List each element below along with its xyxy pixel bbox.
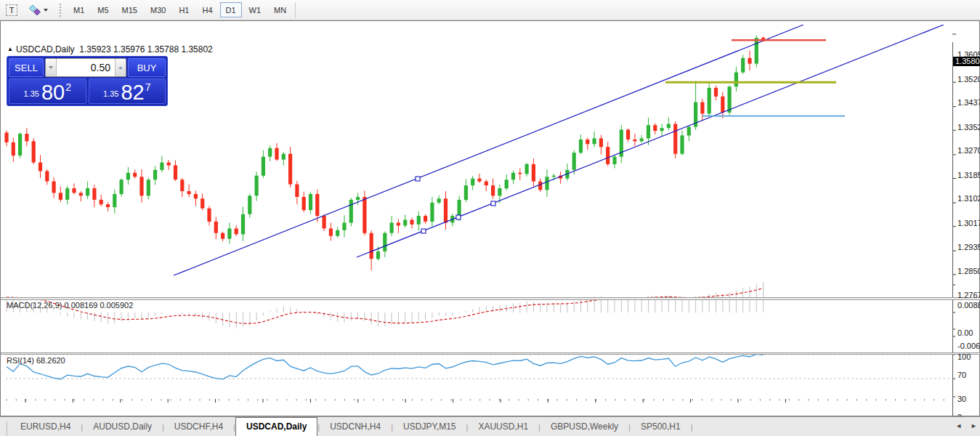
chart-tab-bar: EURUSD,H4|AUDUSD,Daily|USDCHF,H4|USDCAD,… bbox=[0, 416, 980, 436]
channel-selection-handles[interactable] bbox=[416, 177, 495, 233]
toolbar-drag-handle[interactable] bbox=[60, 4, 64, 17]
timeframe-button-m1[interactable]: M1 bbox=[68, 2, 90, 17]
price-axis-label: 1.28500 bbox=[957, 267, 980, 275]
chart-window: ▲USDCAD,Daily 1.35923 1.35976 1.35788 1.… bbox=[0, 20, 980, 416]
sell-price-pip: 2 bbox=[65, 82, 71, 92]
scroll-tabs-left-button[interactable]: ◄ bbox=[955, 421, 962, 431]
channel-lower-line[interactable] bbox=[357, 25, 944, 257]
price-axis-label: 1.34375 bbox=[957, 98, 980, 107]
sell-price-button[interactable]: 1.35802 bbox=[9, 78, 86, 104]
minus-caret-icon bbox=[49, 66, 53, 69]
buy-price-prefix: 1.35 bbox=[103, 89, 118, 98]
tab-gbpusd-weekly[interactable]: GBPUSD,Weekly bbox=[540, 418, 628, 436]
channel-upper-line[interactable] bbox=[174, 25, 803, 275]
dropdown-caret-icon bbox=[44, 9, 48, 12]
sell-price-prefix: 1.35 bbox=[24, 89, 39, 98]
tab-xauusd-h1[interactable]: XAUUSD,H1 bbox=[468, 418, 538, 436]
tab-usdcnh-h4[interactable]: USDCNH,H4 bbox=[320, 418, 391, 436]
timeframe-button-mn[interactable]: MN bbox=[268, 2, 292, 17]
price-axis-label: 1.29350 bbox=[957, 243, 980, 251]
price-axis-label: 1.30175 bbox=[957, 219, 980, 227]
price-axis-label: 1.31850 bbox=[957, 171, 980, 179]
current-price-tag: 1.35802 bbox=[953, 57, 980, 66]
rsi-axis-label: 70 bbox=[957, 371, 966, 379]
channel-handle[interactable] bbox=[421, 229, 426, 233]
buy-button[interactable]: BUY bbox=[128, 58, 166, 77]
volume-increase-button[interactable] bbox=[115, 59, 126, 76]
rsi-indicator-label: RSI(14) 68.2620 bbox=[7, 356, 65, 365]
timeframe-button-h1[interactable]: H1 bbox=[173, 2, 195, 17]
price-axis-label: 1.32700 bbox=[957, 146, 980, 155]
rsi-axis-label: 100 bbox=[957, 352, 971, 361]
timeframe-button-m15[interactable]: M15 bbox=[116, 2, 143, 17]
price-axis-divider bbox=[952, 42, 953, 436]
chart-ohlc-values: 1.35923 1.35976 1.35788 1.35802 bbox=[79, 44, 213, 54]
tab-eurusd-h4[interactable]: EURUSD,H4 bbox=[10, 418, 81, 436]
chart-tabs: EURUSD,H4|AUDUSD,Daily|USDCHF,H4|USDCAD,… bbox=[7, 416, 693, 436]
top-toolbar: T M1M5M15M30H1H4D1W1MN bbox=[0, 0, 980, 20]
tab-usdcad-daily[interactable]: USDCAD,Daily bbox=[235, 417, 317, 436]
scroll-tabs-right-button[interactable]: ► bbox=[971, 421, 977, 431]
toolbar-separator bbox=[295, 2, 296, 18]
rsi-axis-label: 30 bbox=[957, 395, 966, 403]
tab-bar-stub bbox=[0, 421, 7, 436]
macd-axis-label: 0.00885 bbox=[957, 301, 980, 310]
text-tool-icon: T bbox=[6, 4, 17, 16]
buy-price-button[interactable]: 1.35827 bbox=[89, 78, 166, 104]
tab-usdchf-h4[interactable]: USDCHF,H4 bbox=[164, 418, 233, 436]
trend-channel[interactable] bbox=[174, 25, 944, 275]
rsi-value: 68.2620 bbox=[36, 356, 65, 365]
timeframe-toolbar: M1M5M15M30H1H4D1W1MN bbox=[67, 2, 293, 17]
channel-handle[interactable] bbox=[491, 201, 495, 206]
price-axis-label: 1.35200 bbox=[957, 75, 980, 84]
tab-separator: | bbox=[691, 423, 693, 432]
macd-name: MACD(12,26,9) bbox=[7, 301, 62, 310]
volume-decrease-button[interactable] bbox=[46, 59, 57, 76]
macd-axis-label: -0.00614 bbox=[957, 342, 980, 350]
diamonds-icon bbox=[29, 4, 41, 16]
timeframe-button-w1[interactable]: W1 bbox=[243, 2, 267, 17]
tab-scroll-controls: ◄ ► bbox=[955, 421, 977, 431]
buy-price-big: 82 bbox=[121, 83, 144, 102]
channel-handle[interactable] bbox=[416, 177, 420, 181]
tab-sp500-h1[interactable]: SP500,H1 bbox=[631, 418, 691, 436]
mt4-window: T M1M5M15M30H1H4D1W1MN ▲USDCAD,Daily 1.3… bbox=[0, 0, 980, 436]
symbol-marker-icon: ▲ bbox=[7, 46, 13, 52]
timeframe-button-h4[interactable]: H4 bbox=[196, 2, 218, 17]
chart-symbol-period: USDCAD,Daily bbox=[16, 44, 75, 54]
text-tool-button[interactable]: T bbox=[1, 2, 23, 18]
rsi-pane-splitter[interactable] bbox=[1, 352, 980, 355]
price-axis-label: 1.33525 bbox=[957, 123, 980, 132]
sell-button[interactable]: SELL bbox=[9, 58, 44, 77]
macd-signal-value: 0.005902 bbox=[100, 301, 133, 310]
sell-price-big: 80 bbox=[41, 83, 65, 102]
macd-indicator-label: MACD(12,26,9) 0.008169 0.005902 bbox=[7, 301, 133, 310]
macd-main-value: 0.008169 bbox=[64, 301, 97, 310]
volume-input[interactable] bbox=[57, 59, 115, 76]
macd-axis-label: 0.00 bbox=[957, 328, 973, 337]
plus-caret-icon bbox=[118, 66, 123, 69]
rsi-name: RSI(14) bbox=[7, 356, 34, 365]
macd-pane-splitter[interactable] bbox=[1, 297, 980, 300]
volume-stepper bbox=[45, 58, 126, 77]
rsi-line bbox=[7, 354, 764, 379]
timeframe-button-m30[interactable]: M30 bbox=[145, 2, 171, 17]
chart-title: ▲USDCAD,Daily 1.35923 1.35976 1.35788 1.… bbox=[7, 44, 213, 54]
price-axis-label: 1.27675 bbox=[957, 291, 980, 299]
timeframe-button-d1[interactable]: D1 bbox=[220, 2, 242, 17]
timeframe-button-m5[interactable]: M5 bbox=[92, 2, 114, 17]
tab-audusd-daily[interactable]: AUDUSD,Daily bbox=[83, 418, 162, 436]
channel-handle[interactable] bbox=[456, 215, 461, 219]
tab-usdjpy-m15[interactable]: USDJPY,M15 bbox=[393, 418, 466, 436]
price-axis-label: 1.31025 bbox=[957, 194, 980, 203]
buy-price-pip: 7 bbox=[145, 82, 151, 92]
one-click-trading-panel: SELL BUY 1.35802 1.35827 bbox=[7, 56, 168, 106]
object-styles-button[interactable] bbox=[24, 2, 53, 18]
